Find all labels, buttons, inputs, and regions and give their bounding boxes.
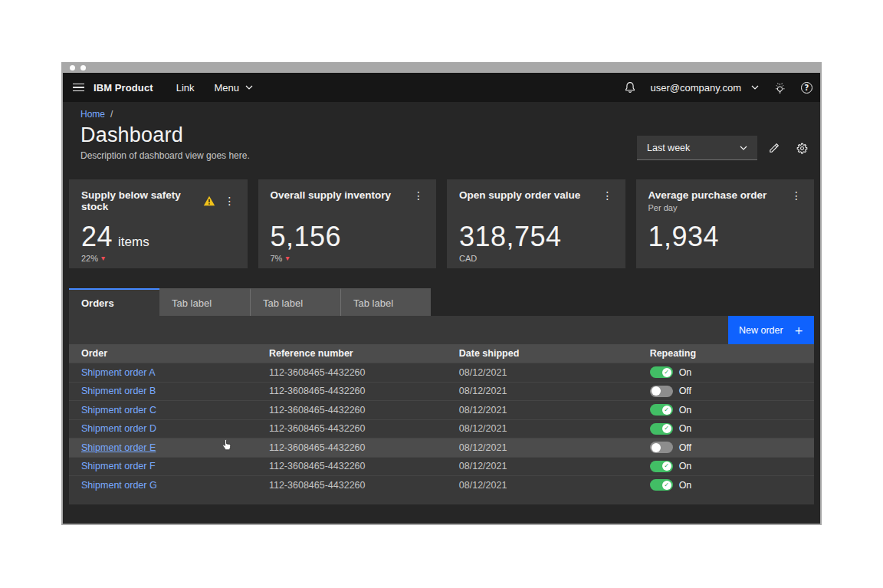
toggle-label: Off — [679, 442, 691, 453]
column-header-reference[interactable]: Reference number — [257, 348, 447, 359]
tab-bar: Orders Tab label Tab label Tab label — [69, 288, 814, 316]
page-head: Home / Dashboard Description of dashboar… — [69, 109, 814, 161]
notifications-bell-icon[interactable] — [624, 81, 636, 94]
time-range-dropdown[interactable]: Last week — [637, 136, 757, 160]
card-value: 1,934 — [648, 223, 720, 251]
reference-number: 112-3608465-4432260 — [257, 480, 447, 491]
order-link[interactable]: Shipment order G — [81, 480, 157, 491]
orders-table-section: New order+ Order Reference number Date s… — [69, 316, 814, 504]
overflow-menu-icon[interactable]: ⋮ — [413, 190, 424, 201]
help-icon[interactable]: ? — [801, 82, 812, 94]
toggle-label: On — [679, 367, 692, 378]
page-description: Description of dashboard view goes here. — [80, 150, 250, 161]
date-shipped: 08/12/2021 — [447, 442, 638, 453]
user-email: user@company.com — [651, 82, 741, 94]
order-link[interactable]: Shipment order E — [81, 442, 156, 453]
repeating-toggle[interactable]: ✓ — [650, 423, 673, 435]
column-header-date[interactable]: Date shipped — [447, 348, 638, 359]
idea-lightbulb-icon[interactable] — [773, 81, 786, 94]
repeating-toggle[interactable]: ✓ — [650, 366, 673, 378]
card-supply-below-safety-stock: Supply below safety stock ⋮ 24items 22%▾ — [69, 179, 248, 268]
toggle-check-icon: ✓ — [662, 481, 671, 490]
window-body: IBM Product Link Menu user@company.com — [63, 73, 820, 524]
toggle-check-icon: ✓ — [652, 443, 661, 452]
table-row[interactable]: Shipment order A 112-3608465-4432260 08/… — [69, 363, 814, 382]
card-delta: 7%▾ — [271, 254, 290, 263]
overflow-menu-icon[interactable]: ⋮ — [791, 190, 802, 201]
edit-pencil-icon[interactable] — [761, 136, 786, 160]
header-actions: user@company.com ? — [624, 81, 812, 94]
breadcrumb-home-link[interactable]: Home — [80, 109, 105, 120]
date-shipped: 08/12/2021 — [447, 480, 638, 491]
card-value: 24items — [81, 223, 149, 251]
breadcrumb: Home / — [80, 109, 250, 120]
order-link[interactable]: Shipment order D — [81, 423, 156, 434]
user-account-menu[interactable]: user@company.com — [651, 82, 759, 94]
header-nav: Link Menu — [176, 82, 253, 94]
order-link[interactable]: Shipment order A — [81, 367, 156, 378]
plus-icon: + — [794, 325, 803, 336]
repeating-toggle[interactable]: ✓ — [650, 442, 673, 453]
card-title: Overall supply inventory — [271, 189, 414, 201]
trend-down-icon: ▾ — [101, 255, 105, 262]
date-shipped: 08/12/2021 — [447, 423, 638, 434]
new-order-button[interactable]: New order+ — [728, 316, 814, 344]
card-currency: CAD — [459, 254, 477, 263]
tab-label-3[interactable]: Tab label — [340, 288, 431, 316]
card-title: Supply below safety stock — [81, 189, 203, 212]
date-shipped: 08/12/2021 — [447, 367, 638, 378]
toggle-label: Off — [679, 386, 691, 396]
settings-gear-icon[interactable] — [789, 136, 814, 160]
order-link[interactable]: Shipment order C — [81, 405, 156, 416]
order-link[interactable]: Shipment order F — [81, 461, 156, 471]
table-row[interactable]: Shipment order D 112-3608465-4432260 08/… — [69, 419, 814, 439]
card-overall-supply-inventory: Overall supply inventory ⋮ 5,156 7%▾ — [258, 179, 437, 268]
nav-link[interactable]: Link — [176, 82, 195, 94]
trend-down-icon: ▾ — [285, 255, 289, 262]
toggle-check-icon: ✓ — [662, 406, 671, 415]
reference-number: 112-3608465-4432260 — [257, 386, 447, 396]
nav-menu[interactable]: Menu — [215, 82, 254, 94]
table-row[interactable]: Shipment order G 112-3608465-4432260 08/… — [69, 475, 814, 494]
table-row[interactable]: Shipment order B 112-3608465-4432260 08/… — [69, 382, 814, 401]
tab-orders[interactable]: Orders — [69, 288, 159, 316]
chevron-down-icon — [245, 85, 253, 90]
overflow-menu-icon[interactable]: ⋮ — [602, 190, 613, 201]
page-controls: Last week — [637, 136, 814, 160]
menu-hamburger-icon[interactable] — [63, 73, 94, 102]
table-row[interactable]: Shipment order C 112-3608465-4432260 08/… — [69, 400, 814, 419]
page-head-left: Home / Dashboard Description of dashboar… — [80, 109, 250, 161]
chevron-down-icon — [740, 146, 747, 150]
card-unit: items — [118, 235, 149, 248]
table-row[interactable]: Shipment order F 112-3608465-4432260 08/… — [69, 457, 814, 476]
reference-number: 112-3608465-4432260 — [257, 367, 447, 378]
window-control-dot[interactable] — [70, 65, 75, 71]
repeating-toggle[interactable]: ✓ — [650, 461, 673, 472]
tab-label-2[interactable]: Tab label — [250, 288, 340, 316]
column-header-repeating[interactable]: Repeating — [638, 348, 814, 359]
page-title: Dashboard — [80, 123, 250, 147]
reference-number: 112-3608465-4432260 — [257, 442, 447, 453]
repeating-toggle[interactable]: ✓ — [650, 386, 673, 397]
breadcrumb-separator: / — [110, 109, 113, 120]
card-value: 318,754 — [459, 223, 562, 251]
window-control-dot[interactable] — [80, 65, 86, 71]
overflow-menu-icon[interactable]: ⋮ — [225, 195, 235, 206]
time-range-value: Last week — [647, 143, 690, 153]
toggle-check-icon: ✓ — [652, 386, 661, 396]
tab-label-1[interactable]: Tab label — [159, 288, 250, 316]
repeating-toggle[interactable]: ✓ — [650, 404, 673, 416]
table-row-hovered[interactable]: Shipment order E 112-3608465-4432260 08/… — [69, 438, 814, 457]
reference-number: 112-3608465-4432260 — [257, 461, 447, 471]
card-title: Average purchase order — [648, 189, 792, 201]
repeating-toggle[interactable]: ✓ — [650, 479, 673, 491]
chevron-down-icon — [751, 85, 759, 90]
toggle-check-icon: ✓ — [662, 368, 671, 377]
app-window: IBM Product Link Menu user@company.com — [61, 62, 822, 525]
order-link[interactable]: Shipment order B — [81, 386, 156, 396]
card-value: 5,156 — [271, 223, 342, 251]
column-header-order[interactable]: Order — [69, 348, 257, 359]
date-shipped: 08/12/2021 — [447, 461, 638, 471]
date-shipped: 08/12/2021 — [447, 405, 638, 416]
table-header: Order Reference number Date shipped Repe… — [69, 344, 814, 363]
